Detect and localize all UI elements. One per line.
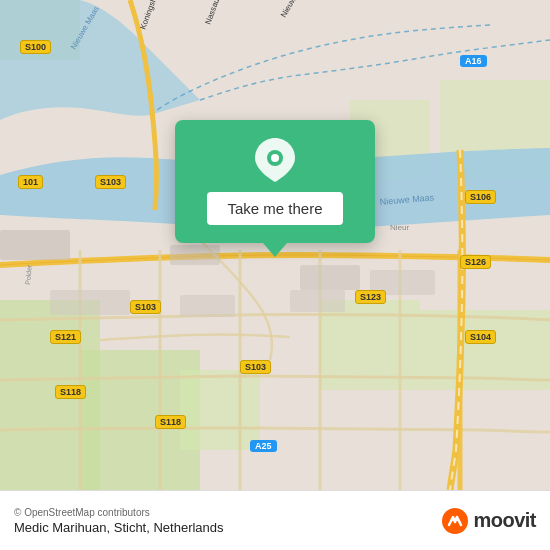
route-badge-s103-3: S103 [240, 360, 271, 374]
svg-rect-14 [290, 290, 345, 312]
svg-rect-12 [50, 290, 130, 315]
take-me-there-button[interactable]: Take me there [207, 192, 342, 225]
route-badge-s123: S123 [355, 290, 386, 304]
svg-text:Nieur: Nieur [390, 223, 409, 232]
copyright-text: © OpenStreetMap contributors [14, 507, 224, 518]
svg-rect-11 [300, 265, 360, 290]
moovit-logo: moovit [441, 507, 536, 535]
location-pin [253, 138, 297, 182]
svg-rect-10 [170, 245, 220, 265]
route-badge-a16: A16 [460, 55, 487, 67]
location-name: Medic Marihuan, Sticht, Netherlands [14, 520, 224, 535]
svg-rect-9 [0, 230, 70, 260]
route-badge-s121: S121 [50, 330, 81, 344]
route-badge-s104: S104 [465, 330, 496, 344]
route-badge-a25: A25 [250, 440, 277, 452]
svg-rect-3 [180, 370, 260, 450]
route-badge-s118-2: S118 [155, 415, 186, 429]
route-badge-101: 101 [18, 175, 43, 189]
moovit-icon [441, 507, 469, 535]
route-badge-s103-2: S103 [130, 300, 161, 314]
route-badge-s106: S106 [465, 190, 496, 204]
route-badge-s100: S100 [20, 40, 51, 54]
map-popup: Take me there [175, 120, 375, 243]
bottom-bar: © OpenStreetMap contributors Medic Marih… [0, 490, 550, 550]
svg-point-25 [271, 154, 279, 162]
route-badge-s126: S126 [460, 255, 491, 269]
svg-rect-13 [180, 295, 235, 317]
bottom-left-info: © OpenStreetMap contributors Medic Marih… [14, 507, 224, 535]
route-badge-s103-1: S103 [95, 175, 126, 189]
route-badge-s118-1: S118 [55, 385, 86, 399]
moovit-text: moovit [473, 509, 536, 532]
map-container: Nieuwe Maas Nieuwe Maas Nieuwe Maas Koni… [0, 0, 550, 490]
